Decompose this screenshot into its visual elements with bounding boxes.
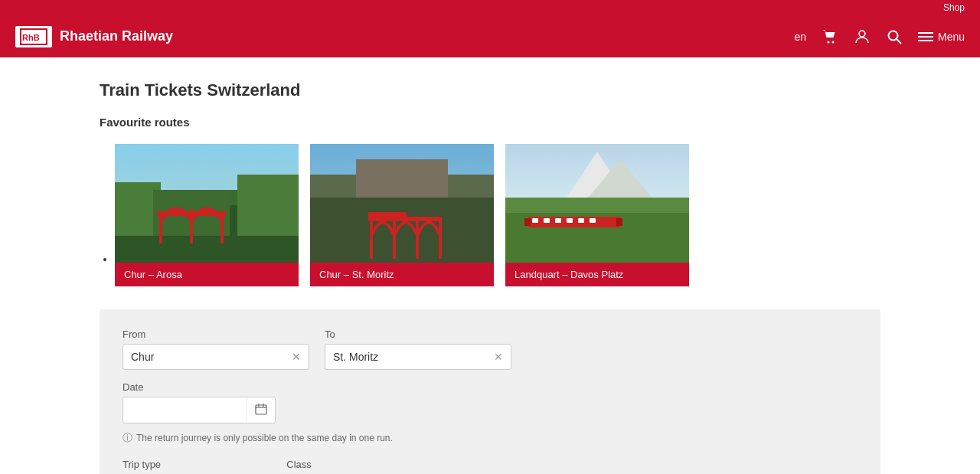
favourite-routes-title: Favourite routes — [100, 116, 880, 129]
shop-link[interactable]: Shop — [943, 2, 965, 13]
menu-label: Menu — [938, 31, 965, 43]
svg-rect-14 — [159, 213, 162, 244]
class-label: Class — [286, 459, 420, 470]
svg-rect-33 — [528, 217, 620, 227]
route-card-1[interactable]: Chur – Arosa — [115, 144, 299, 286]
route-image-2 — [310, 144, 494, 263]
to-input[interactable] — [325, 345, 486, 369]
svg-point-4 — [831, 41, 834, 43]
route-cards-list: Chur – Arosa — [115, 144, 689, 286]
class-group: Class 1st Class 2nd Class — [286, 459, 420, 474]
user-icon[interactable] — [854, 28, 871, 45]
svg-point-6 — [888, 31, 897, 40]
from-label: From — [122, 329, 309, 340]
svg-rect-17 — [157, 211, 226, 216]
svg-rect-35 — [616, 218, 622, 226]
from-input[interactable] — [123, 345, 284, 369]
svg-rect-38 — [555, 218, 561, 223]
trip-type-group: Trip type One way Return — [122, 459, 240, 474]
svg-rect-41 — [590, 218, 596, 223]
cart-icon[interactable] — [822, 28, 838, 45]
svg-rect-25 — [439, 221, 442, 259]
search-icon[interactable] — [886, 28, 903, 45]
svg-rect-39 — [567, 218, 573, 223]
menu-button[interactable]: Menu — [918, 31, 965, 43]
svg-rect-42 — [256, 405, 266, 414]
language-selector[interactable]: en — [794, 31, 806, 43]
logo-icon: RhB — [15, 26, 52, 47]
route-image-3 — [505, 144, 689, 263]
logo[interactable]: RhB Rhaetian Railway — [15, 26, 173, 47]
trip-type-label: Trip type — [122, 459, 240, 470]
page-title: Train Tickets Switzerland — [100, 80, 880, 100]
date-input[interactable] — [123, 398, 247, 423]
svg-rect-23 — [393, 217, 396, 259]
from-clear-button[interactable]: ✕ — [284, 345, 309, 368]
to-clear-button[interactable]: ✕ — [486, 345, 511, 368]
svg-text:RhB: RhB — [22, 33, 40, 42]
to-label: To — [325, 329, 511, 340]
date-label: Date — [122, 381, 858, 393]
svg-rect-24 — [416, 217, 419, 259]
info-message: The return journey is only possible on t… — [136, 433, 393, 443]
route-label-2: Chur – St. Moritz — [310, 263, 494, 286]
route-image-1 — [115, 144, 299, 263]
svg-rect-16 — [220, 213, 224, 244]
svg-rect-40 — [578, 218, 584, 223]
route-label-3: Landquart – Davos Platz — [505, 263, 689, 286]
route-label-1: Chur – Arosa — [115, 263, 299, 286]
svg-line-7 — [897, 39, 901, 44]
svg-rect-12 — [237, 175, 299, 236]
from-input-container: ✕ — [122, 344, 309, 370]
svg-rect-36 — [532, 218, 538, 223]
calendar-icon[interactable] — [247, 397, 275, 423]
to-input-container: ✕ — [325, 344, 511, 370]
svg-rect-21 — [310, 198, 494, 263]
svg-rect-22 — [370, 221, 373, 259]
search-form: From ✕ To ✕ Date — [100, 309, 880, 474]
svg-point-3 — [827, 41, 829, 43]
info-icon: ⓘ — [122, 431, 132, 445]
date-input-container — [122, 397, 276, 423]
route-card-2[interactable]: Chur – St. Moritz — [310, 144, 494, 286]
svg-rect-34 — [524, 218, 531, 226]
svg-point-5 — [859, 31, 865, 37]
route-card-3[interactable]: Landquart – Davos Platz — [505, 144, 689, 286]
logo-text: Rhaetian Railway — [60, 28, 173, 44]
svg-rect-27 — [368, 212, 407, 218]
hamburger-icon — [918, 32, 933, 41]
svg-rect-37 — [544, 218, 550, 223]
